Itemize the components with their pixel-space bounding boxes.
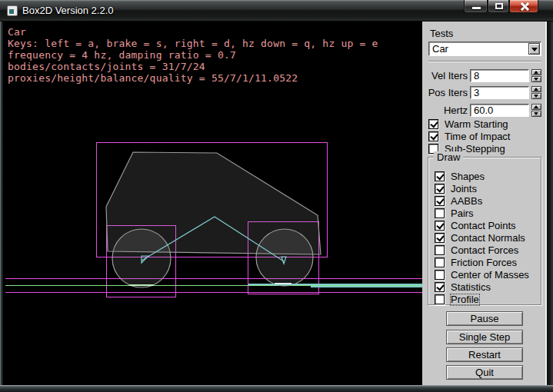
minimize-icon: [472, 7, 481, 9]
checkbox-icon: [435, 257, 445, 267]
arrow-up-icon[interactable]: [531, 104, 541, 110]
time-of-impact-label: Time of Impact: [445, 131, 510, 142]
friction-forces-label: Friction Forces: [451, 257, 517, 268]
app-icon: [7, 5, 18, 16]
hud-line-proxies: proxies/height/balance/quality = 55/7/1/…: [8, 72, 298, 84]
checkbox-icon: [435, 171, 445, 181]
tests-dropdown[interactable]: Car: [428, 42, 541, 56]
checkbox-icon: [435, 208, 445, 218]
arrow-down-icon[interactable]: [531, 93, 541, 99]
window-border-right: [547, 22, 553, 385]
chevron-down-icon[interactable]: [528, 43, 540, 55]
minimize-button[interactable]: [464, 0, 488, 13]
pos-iters-spinner: Pos Iters 3: [422, 86, 547, 99]
pause-button[interactable]: Pause: [446, 311, 523, 326]
checkbox-icon: [435, 282, 445, 292]
checkbox-icon: [435, 184, 445, 194]
hud-text: Car Keys: left = a, brake = s, right = d…: [8, 26, 378, 84]
hertz-label: Hertz: [422, 105, 468, 116]
close-button[interactable]: [509, 0, 538, 13]
vel-iters-label: Vel Iters: [422, 70, 468, 81]
checkbox-icon: [428, 131, 438, 141]
pos-iters-field[interactable]: 3: [470, 86, 529, 99]
pos-iters-label: Pos Iters: [422, 87, 468, 98]
hud-line-counts: bodies/contacts/joints = 31/7/24: [8, 61, 205, 72]
window-border-bottom: [0, 385, 553, 392]
statistics-label: Statistics: [451, 282, 491, 293]
hertz-spinner: Hertz 60.0: [422, 104, 547, 117]
center-of-masses-label: Center of Masses: [451, 270, 529, 281]
right-wheel[interactable]: [256, 229, 313, 286]
hud-line-title: Car: [8, 26, 26, 38]
app-window: Box2D Version 2.2.0: [0, 0, 553, 392]
arrow-up-icon[interactable]: [531, 86, 541, 92]
title-bar[interactable]: Box2D Version 2.2.0: [0, 0, 553, 22]
maximize-icon: [495, 3, 503, 9]
arrow-down-icon[interactable]: [531, 76, 541, 82]
checkbox-icon: [435, 196, 445, 206]
separator: [428, 61, 541, 62]
hertz-arrows: [531, 104, 541, 117]
contact-normals-label: Contact Normals: [451, 233, 525, 244]
close-icon: [520, 2, 528, 11]
draw-groupbox: Draw Shapes Joints AABBs Pairs Contact P…: [428, 157, 541, 305]
vel-iters-spinner: Vel Iters 8: [422, 69, 547, 82]
arrow-down-icon[interactable]: [531, 111, 541, 117]
checkbox-icon: [435, 270, 445, 280]
contact-points-label: Contact Points: [451, 221, 516, 231]
quit-button[interactable]: Quit: [446, 365, 523, 380]
checkbox-icon: [435, 294, 445, 304]
simulation-canvas[interactable]: Car Keys: left = a, brake = s, right = d…: [3, 22, 422, 385]
single-step-button[interactable]: Single Step: [446, 330, 523, 344]
checkbox-icon: [428, 119, 438, 129]
checkbox-icon: [435, 233, 445, 243]
vel-iters-field[interactable]: 8: [470, 69, 529, 82]
maximize-button[interactable]: [488, 0, 509, 13]
contact-forces-label: Contact Forces: [451, 245, 518, 256]
joints-label: Joints: [451, 184, 477, 194]
window-controls: [464, 0, 538, 13]
hud-line-keys: Keys: left = a, brake = s, right = d, hz…: [8, 38, 378, 49]
hertz-field[interactable]: 60.0: [470, 104, 529, 117]
window-title: Box2D Version 2.2.0: [22, 5, 114, 16]
tests-label: Tests: [430, 28, 453, 39]
arrow-up-icon[interactable]: [531, 69, 541, 75]
pairs-label: Pairs: [451, 208, 474, 219]
shapes-label: Shapes: [451, 171, 485, 182]
profile-label: Profile: [451, 294, 479, 305]
checkbox-icon: [435, 221, 445, 231]
tests-dropdown-value: Car: [432, 43, 448, 55]
aabbs-label: AABBs: [451, 196, 482, 207]
restart-button[interactable]: Restart: [446, 347, 523, 362]
pos-iters-arrows: [531, 86, 541, 99]
hud-line-frequency: frequency = 4 hz, damping ratio = 0.7: [8, 49, 236, 61]
control-panel: Tests Car Vel Iters 8 Pos Iters 3 Hertz: [422, 22, 547, 385]
warm-starting-label: Warm Starting: [445, 119, 508, 130]
draw-groupbox-label: Draw: [434, 151, 463, 163]
vel-iters-arrows: [531, 69, 541, 82]
checkbox-icon: [435, 245, 445, 255]
